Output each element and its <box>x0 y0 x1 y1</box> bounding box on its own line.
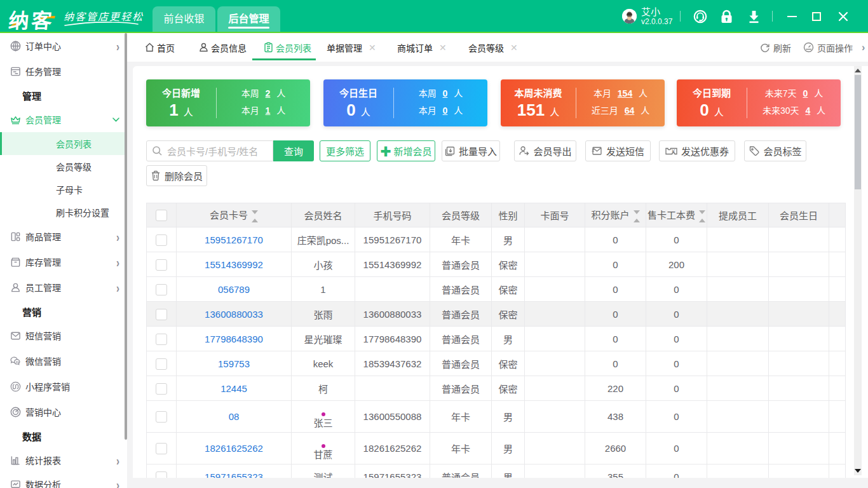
svg-text:¥: ¥ <box>671 148 675 154</box>
